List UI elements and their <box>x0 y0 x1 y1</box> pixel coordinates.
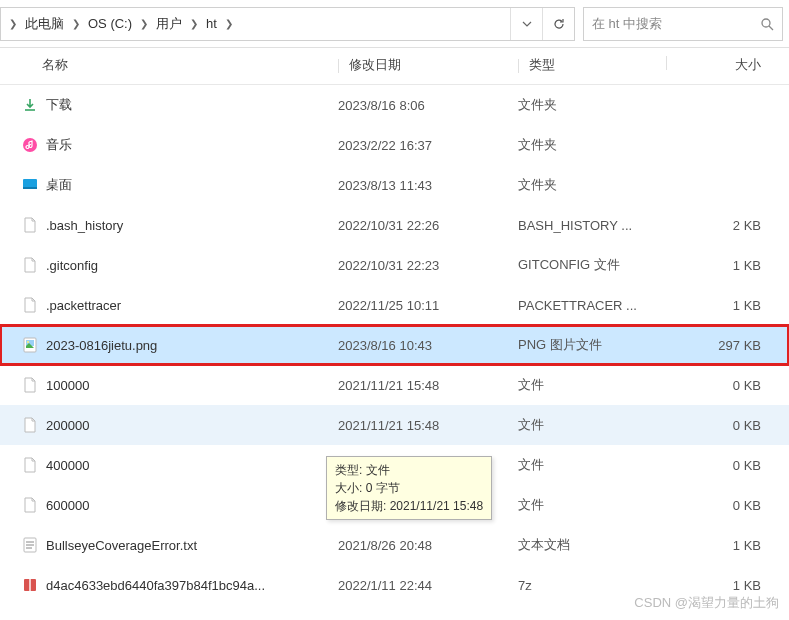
search-input[interactable]: 在 ht 中搜索 <box>583 7 783 41</box>
column-headers: 名称 修改日期 类型 大小 <box>0 48 789 85</box>
file-size: 0 KB <box>666 378 775 393</box>
file-type: BASH_HISTORY ... <box>518 218 666 233</box>
refresh-button[interactable] <box>542 8 574 40</box>
file-type: 文件 <box>518 496 666 514</box>
file-size: 1 KB <box>666 298 775 313</box>
tooltip: 类型: 文件 大小: 0 字节 修改日期: 2021/11/21 15:48 <box>326 456 492 520</box>
file-row[interactable]: .packettracer2022/11/25 10:11PACKETTRACE… <box>0 285 789 325</box>
file-row[interactable]: 音乐2023/2/22 16:37文件夹 <box>0 125 789 165</box>
chevron-right-icon: ❯ <box>70 18 82 29</box>
desktop-folder-icon <box>18 177 42 193</box>
chevron-right-icon: ❯ <box>188 18 200 29</box>
tooltip-line: 类型: 文件 <box>335 461 483 479</box>
file-type: 文件 <box>518 376 666 394</box>
breadcrumb-item[interactable]: OS (C:) <box>84 14 136 33</box>
file-icon <box>18 377 42 393</box>
chevron-right-icon: ❯ <box>138 18 150 29</box>
toolbar: ❯ 此电脑 ❯ OS (C:) ❯ 用户 ❯ ht ❯ 在 ht 中搜索 <box>0 0 789 48</box>
refresh-icon <box>552 17 566 31</box>
breadcrumb-item[interactable]: ht <box>202 14 221 33</box>
file-name: 600000 <box>42 498 338 513</box>
file-name: 桌面 <box>42 176 338 194</box>
file-type: 文件夹 <box>518 96 666 114</box>
file-row[interactable]: .bash_history2022/10/31 22:26BASH_HISTOR… <box>0 205 789 245</box>
file-name: d4ac4633ebd6440fa397b84f1bc94a... <box>42 578 338 593</box>
file-name: BullseyeCoverageError.txt <box>42 538 338 553</box>
column-header-date[interactable]: 修改日期 <box>338 56 518 74</box>
file-name: 400000 <box>42 458 338 473</box>
tooltip-line: 修改日期: 2021/11/21 15:48 <box>335 497 483 515</box>
column-header-name[interactable]: 名称 <box>42 56 338 74</box>
column-header-size[interactable]: 大小 <box>666 56 775 74</box>
column-header-type[interactable]: 类型 <box>518 56 666 74</box>
file-icon <box>18 457 42 473</box>
svg-point-8 <box>27 341 29 343</box>
file-row[interactable]: BullseyeCoverageError.txt2021/8/26 20:48… <box>0 525 789 565</box>
file-type: PNG 图片文件 <box>518 336 666 354</box>
file-row[interactable]: 桌面2023/8/13 11:43文件夹 <box>0 165 789 205</box>
file-name: .bash_history <box>42 218 338 233</box>
file-name: 2023-0816jietu.png <box>42 338 338 353</box>
file-size: 1 KB <box>666 258 775 273</box>
file-date: 2023/8/16 8:06 <box>338 98 518 113</box>
history-dropdown-button[interactable] <box>510 8 542 40</box>
file-size: 0 KB <box>666 498 775 513</box>
file-name: 音乐 <box>42 136 338 154</box>
file-icon <box>18 217 42 233</box>
chevron-right-icon[interactable]: ❯ <box>7 18 19 29</box>
search-icon <box>760 17 774 31</box>
file-row[interactable]: 2000002021/11/21 15:48文件0 KB <box>0 405 789 445</box>
file-date: 2022/1/11 22:44 <box>338 578 518 593</box>
chevron-right-icon: ❯ <box>223 18 235 29</box>
svg-rect-5 <box>23 187 37 189</box>
file-date: 2022/11/25 10:11 <box>338 298 518 313</box>
file-date: 2023/2/22 16:37 <box>338 138 518 153</box>
file-type: 文件 <box>518 416 666 434</box>
file-date: 2023/8/16 10:43 <box>338 338 518 353</box>
file-name: 100000 <box>42 378 338 393</box>
file-size: 1 KB <box>666 538 775 553</box>
file-row[interactable]: 下载2023/8/16 8:06文件夹 <box>0 85 789 125</box>
file-list: 下载2023/8/16 8:06文件夹音乐2023/2/22 16:37文件夹桌… <box>0 85 789 605</box>
search-placeholder: 在 ht 中搜索 <box>592 15 754 33</box>
address-bar[interactable]: ❯ 此电脑 ❯ OS (C:) ❯ 用户 ❯ ht ❯ <box>0 7 575 41</box>
text-icon <box>18 537 42 553</box>
file-row[interactable]: .gitconfig2022/10/31 22:23GITCONFIG 文件1 … <box>0 245 789 285</box>
file-row[interactable]: d4ac4633ebd6440fa397b84f1bc94a...2022/1/… <box>0 565 789 605</box>
file-date: 2021/8/26 20:48 <box>338 538 518 553</box>
file-type: PACKETTRACER ... <box>518 298 666 313</box>
file-date: 2021/11/21 15:48 <box>338 378 518 393</box>
svg-rect-14 <box>29 579 31 591</box>
file-size: 297 KB <box>666 338 775 353</box>
music-folder-icon <box>18 137 42 153</box>
file-size: 2 KB <box>666 218 775 233</box>
file-icon <box>18 297 42 313</box>
file-type: GITCONFIG 文件 <box>518 256 666 274</box>
file-row[interactable]: 2023-0816jietu.png2023/8/16 10:43PNG 图片文… <box>0 325 789 365</box>
archive-icon <box>18 577 42 593</box>
file-icon <box>18 497 42 513</box>
file-row[interactable]: 1000002021/11/21 15:48文件0 KB <box>0 365 789 405</box>
file-type: 文本文档 <box>518 536 666 554</box>
png-icon <box>18 337 42 353</box>
file-date: 2023/8/13 11:43 <box>338 178 518 193</box>
breadcrumb-item[interactable]: 用户 <box>152 13 186 35</box>
file-date: 2021/11/21 15:48 <box>338 418 518 433</box>
file-name: 200000 <box>42 418 338 433</box>
breadcrumb-item[interactable]: 此电脑 <box>21 13 68 35</box>
file-icon <box>18 417 42 433</box>
file-type: 7z <box>518 578 666 593</box>
breadcrumb: ❯ 此电脑 ❯ OS (C:) ❯ 用户 ❯ ht ❯ <box>1 13 510 35</box>
svg-line-1 <box>769 26 773 30</box>
file-type: 文件 <box>518 456 666 474</box>
svg-point-0 <box>762 19 770 27</box>
file-size: 1 KB <box>666 578 775 593</box>
file-name: 下载 <box>42 96 338 114</box>
file-date: 2022/10/31 22:23 <box>338 258 518 273</box>
file-type: 文件夹 <box>518 176 666 194</box>
tooltip-line: 大小: 0 字节 <box>335 479 483 497</box>
file-size: 0 KB <box>666 418 775 433</box>
file-icon <box>18 257 42 273</box>
download-folder-icon <box>18 97 42 113</box>
file-size: 0 KB <box>666 458 775 473</box>
